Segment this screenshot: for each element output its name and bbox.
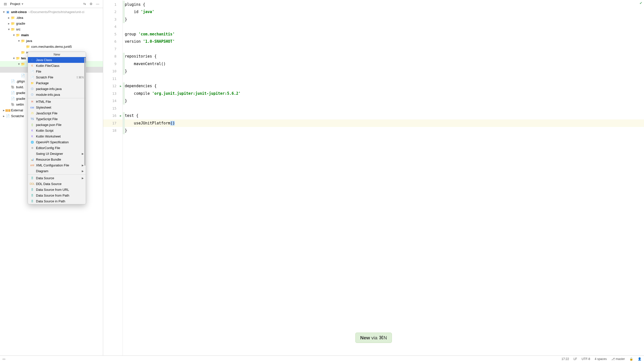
lock-icon[interactable]: 🔒: [629, 357, 633, 361]
chevron-right-icon[interactable]: ▸: [7, 16, 11, 20]
line-number[interactable]: 5: [103, 30, 123, 38]
tree-item-idea[interactable]: ▸ 📁 .idea: [0, 15, 103, 21]
menu-item[interactable]: {}package.json File: [28, 122, 86, 128]
menu-item[interactable]: KKotlin Script: [28, 128, 86, 133]
code-line[interactable]: [123, 75, 644, 82]
code-line[interactable]: }: [123, 127, 644, 134]
line-number[interactable]: 9: [103, 60, 123, 68]
code-line[interactable]: }: [123, 68, 644, 75]
tree-root[interactable]: ▾ ▣ unit-cinco ~/Documents/Projects/tris…: [0, 9, 103, 15]
menu-item[interactable]: ⓘmodule-info.java: [28, 92, 86, 98]
status-encoding[interactable]: UTF-8: [582, 357, 590, 361]
menu-item[interactable]: 📊Resource Bundle: [28, 157, 86, 162]
line-number[interactable]: 3: [103, 16, 123, 23]
run-icon[interactable]: ▶: [120, 84, 122, 88]
code-line[interactable]: [123, 23, 644, 31]
code-line[interactable]: dependencies {: [123, 82, 644, 90]
chevron-right-icon[interactable]: ▸: [2, 114, 6, 118]
menu-item[interactable]: 🗄Data Source in Path: [28, 198, 86, 204]
code-line[interactable]: repositories {: [123, 53, 644, 60]
status-branch[interactable]: ⎇ master: [611, 357, 625, 361]
code-line[interactable]: test {: [123, 112, 644, 120]
tree-item-src[interactable]: ▾ 📁 src: [0, 26, 103, 32]
code-line[interactable]: compile 'org.junit.jupiter:junit-jupiter…: [123, 90, 644, 97]
tree-item-package[interactable]: 📁 com.mechanitis.demo.junit5: [0, 44, 103, 50]
menu-item[interactable]: 📄File: [28, 69, 86, 74]
status-position[interactable]: 17:22: [561, 357, 569, 361]
fold-bar[interactable]: [123, 112, 125, 134]
menu-item-icon: TS: [30, 117, 34, 121]
code-line[interactable]: [123, 105, 644, 112]
chevron-down-icon[interactable]: ▾: [17, 39, 21, 43]
menu-item[interactable]: 🗄Data Source from URL: [28, 187, 86, 193]
fold-bar[interactable]: [123, 53, 125, 75]
tree-item-main[interactable]: ▾ 📁 main: [0, 32, 103, 38]
status-lf[interactable]: LF: [574, 357, 577, 361]
menu-item[interactable]: 📁Package: [28, 80, 86, 86]
menu-item[interactable]: Swing UI Designer▶: [28, 151, 86, 157]
menu-item[interactable]: TSTypeScript File: [28, 116, 86, 122]
line-number[interactable]: 8: [103, 53, 123, 60]
chevron-down-icon[interactable]: ▾: [7, 27, 11, 31]
code-line[interactable]: group 'com.mechanitis': [123, 30, 644, 38]
line-number[interactable]: 10: [103, 68, 123, 75]
line-number[interactable]: 17: [103, 119, 123, 127]
line-number[interactable]: 1: [103, 1, 123, 8]
code-area[interactable]: plugins { id 'java'}group 'com.mechaniti…: [123, 0, 644, 355]
select-opened-file-icon[interactable]: ⇆: [82, 2, 87, 7]
chevron-right-icon[interactable]: ▸: [7, 22, 11, 25]
editor[interactable]: ✔ 123456789101112▶13141516▶1718 plugins …: [103, 0, 644, 355]
code-line[interactable]: mavenCentral(): [123, 60, 644, 68]
chevron-down-icon[interactable]: ▾: [17, 62, 21, 66]
fold-bar[interactable]: [123, 82, 125, 105]
line-number[interactable]: 13: [103, 90, 123, 97]
line-number[interactable]: 14: [103, 97, 123, 105]
tree-item-java[interactable]: ▾ 📁 java: [0, 38, 103, 44]
code-line[interactable]: plugins {: [123, 1, 644, 8]
run-icon[interactable]: ▶: [120, 114, 122, 117]
line-number[interactable]: 18: [103, 127, 123, 134]
scrollbar[interactable]: [84, 58, 86, 166]
chevron-down-icon[interactable]: ▾: [2, 10, 6, 14]
menu-item[interactable]: Diagram▶: [28, 168, 86, 174]
inspector-icon[interactable]: 👤: [638, 357, 641, 361]
status-indent[interactable]: 4 spaces: [595, 357, 607, 361]
tool-window-icon[interactable]: ▭: [3, 357, 5, 361]
menu-item[interactable]: HHTML File: [28, 99, 86, 105]
menu-item[interactable]: JSJavaScript File: [28, 110, 86, 116]
line-number[interactable]: 7: [103, 45, 123, 53]
menu-item[interactable]: ⓘpackage-info.java: [28, 86, 86, 92]
code-line[interactable]: }: [123, 16, 644, 23]
menu-item[interactable]: cssStylesheet: [28, 105, 86, 110]
code-line[interactable]: version '1.0-SNAPSHOT': [123, 38, 644, 46]
tree-item-gradle[interactable]: ▸ 📁 gradle: [0, 21, 103, 26]
code-line[interactable]: useJUnitPlatform(): [123, 119, 644, 127]
check-ok-icon[interactable]: ✔: [639, 1, 642, 5]
menu-item[interactable]: xmlXML Configuration File▶: [28, 162, 86, 168]
menu-item[interactable]: 🗄Data Source▶: [28, 175, 86, 181]
menu-item[interactable]: DDLDDL Data Source: [28, 181, 86, 187]
line-number[interactable]: 12▶: [103, 82, 123, 90]
menu-item[interactable]: 🗄Data Source from Path: [28, 193, 86, 198]
menu-item[interactable]: CJava Class: [28, 57, 86, 63]
line-number[interactable]: 6: [103, 38, 123, 46]
menu-item[interactable]: KKotlin Worksheet: [28, 133, 86, 139]
line-number[interactable]: 11: [103, 75, 123, 82]
menu-item[interactable]: 🌐OpenAPI Specification: [28, 139, 86, 145]
line-number[interactable]: 15: [103, 105, 123, 112]
line-number[interactable]: 16▶: [103, 112, 123, 120]
chevron-down-icon[interactable]: ▾: [12, 33, 16, 37]
chevron-down-icon[interactable]: ▾: [12, 56, 16, 60]
menu-item[interactable]: KKotlin File/Class: [28, 63, 86, 69]
gear-icon[interactable]: ⚙: [89, 2, 94, 7]
code-line[interactable]: }: [123, 97, 644, 105]
chevron-down-icon[interactable]: ▾: [22, 2, 23, 6]
hide-icon[interactable]: —: [95, 2, 100, 7]
code-line[interactable]: id 'java': [123, 8, 644, 16]
line-number[interactable]: 4: [103, 23, 123, 31]
fold-bar[interactable]: [123, 1, 125, 23]
code-line[interactable]: [123, 45, 644, 53]
menu-item[interactable]: 📄Scratch File⇧⌘N: [28, 74, 86, 80]
menu-item[interactable]: ⚙EditorConfig File: [28, 145, 86, 151]
line-number[interactable]: 2: [103, 8, 123, 16]
